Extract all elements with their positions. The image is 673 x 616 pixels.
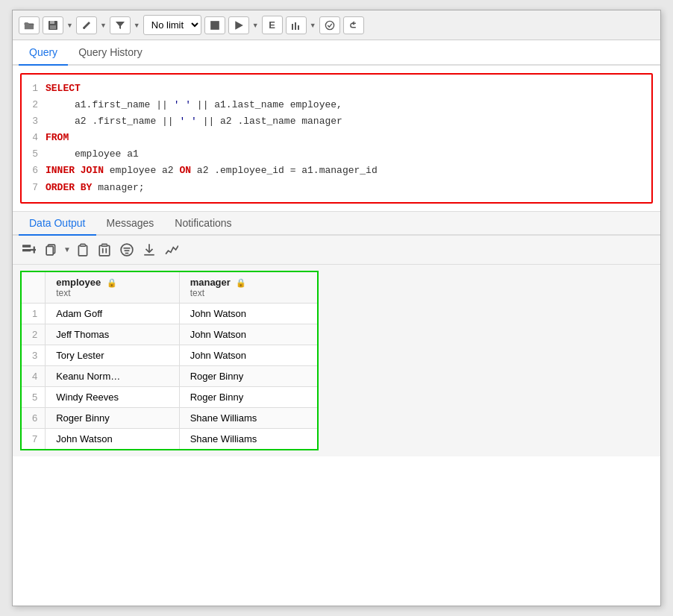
code-line-2: 2 a1.first_name || ' ' || a1.last_name e…: [25, 97, 648, 113]
analyze-chevron[interactable]: ▼: [310, 22, 316, 29]
copy-button[interactable]: [42, 241, 61, 259]
svg-rect-8: [295, 22, 296, 30]
svg-rect-17: [78, 245, 87, 256]
download-button[interactable]: [140, 240, 159, 260]
query-editor: 1 SELECT 2 a1.first_name || ' ' || a1.la…: [13, 66, 660, 211]
cell-employee: Jeff Thomas: [46, 324, 179, 345]
row-number: 4: [21, 365, 46, 386]
row-number: 3: [21, 345, 46, 365]
svg-rect-3: [50, 21, 54, 24]
row-number: 6: [21, 407, 46, 428]
table-row[interactable]: 3Tory LesterJohn Watson: [21, 345, 318, 365]
svg-point-23: [121, 244, 133, 256]
code-line-4: 4 FROM: [25, 130, 648, 146]
query-tabs: Query Query History: [13, 40, 660, 66]
svg-rect-1: [25, 23, 28, 25]
open-file-button[interactable]: [19, 16, 40, 34]
filter-button[interactable]: [110, 16, 131, 34]
output-section: Data Output Messages Notifications ▼: [13, 211, 660, 456]
code-block[interactable]: 1 SELECT 2 a1.first_name || ' ' || a1.la…: [20, 73, 653, 204]
cell-manager: Shane Williams: [179, 428, 318, 450]
svg-marker-6: [235, 21, 243, 30]
filter-chevron[interactable]: ▼: [134, 22, 140, 29]
add-row-button[interactable]: [19, 241, 40, 259]
stop-button[interactable]: [204, 16, 225, 34]
svg-rect-18: [81, 244, 86, 246]
cell-manager: John Watson: [179, 345, 318, 365]
rollback-button[interactable]: [343, 16, 364, 34]
col-header-manager: manager 🔒 text: [179, 271, 318, 304]
svg-rect-9: [298, 25, 299, 30]
cell-employee: Roger Binny: [46, 407, 179, 428]
row-number: 5: [21, 386, 46, 407]
tab-query-history[interactable]: Query History: [68, 40, 153, 66]
edit-chevron[interactable]: ▼: [100, 22, 107, 29]
explain-button[interactable]: E: [262, 16, 283, 34]
svg-rect-16: [46, 246, 53, 254]
cell-manager: John Watson: [179, 324, 318, 345]
data-toolbar: ▼: [13, 236, 660, 265]
table-row[interactable]: 6Roger BinnyShane Williams: [21, 407, 318, 428]
tab-data-output[interactable]: Data Output: [19, 212, 96, 236]
edit-button[interactable]: [76, 16, 97, 34]
tab-notifications[interactable]: Notifications: [164, 212, 242, 236]
data-table: employee 🔒 text manager 🔒 text 1Adam Gof…: [20, 271, 319, 450]
analyze-button[interactable]: [286, 16, 307, 34]
app-window: ▼ ▼ ▼ No limit 100 500 1000: [12, 10, 661, 606]
cell-manager: Roger Binny: [179, 365, 318, 386]
cell-employee: Tory Lester: [46, 345, 179, 365]
cell-manager: John Watson: [179, 303, 318, 324]
table-wrapper: employee 🔒 text manager 🔒 text 1Adam Gof…: [13, 265, 660, 456]
cell-employee: Windy Reeves: [46, 386, 179, 407]
run-button[interactable]: [228, 16, 249, 34]
run-chevron[interactable]: ▼: [252, 22, 259, 29]
commit-button[interactable]: [319, 16, 340, 34]
svg-rect-19: [99, 245, 110, 256]
tab-query[interactable]: Query: [19, 40, 68, 66]
cell-manager: Shane Williams: [179, 407, 318, 428]
svg-rect-11: [22, 245, 31, 247]
row-number: 2: [21, 324, 46, 345]
table-row[interactable]: 4Keanu Norm…Roger Binny: [21, 365, 318, 386]
cell-manager: Roger Binny: [179, 386, 318, 407]
code-line-5: 5 employee a1: [25, 146, 648, 163]
code-line-1: 1 SELECT: [25, 81, 648, 97]
tab-messages[interactable]: Messages: [96, 212, 165, 236]
svg-rect-7: [292, 24, 293, 30]
code-line-3: 3 a2 .first_name || ' ' || a2 .last_name…: [25, 113, 648, 130]
svg-rect-5: [210, 21, 219, 30]
save-button[interactable]: [43, 16, 63, 34]
save-chevron[interactable]: ▼: [66, 22, 73, 29]
paste-button[interactable]: [73, 240, 93, 260]
cell-employee: Keanu Norm…: [46, 365, 179, 386]
filter-data-button[interactable]: [116, 240, 137, 260]
col-header-employee: employee 🔒 text: [46, 271, 179, 304]
limit-select[interactable]: No limit 100 500 1000: [143, 15, 201, 35]
toolbar: ▼ ▼ ▼ No limit 100 500 1000: [13, 10, 660, 40]
copy-chevron[interactable]: ▼: [63, 245, 71, 254]
row-number: 7: [21, 428, 46, 450]
code-line-7: 7 ORDER BY manager;: [25, 180, 648, 196]
cell-employee: Adam Goff: [46, 303, 179, 324]
table-row[interactable]: 2Jeff ThomasJohn Watson: [21, 324, 318, 345]
table-row[interactable]: 5Windy ReevesRoger Binny: [21, 386, 318, 407]
table-row[interactable]: 7John WatsonShane Williams: [21, 428, 318, 450]
svg-point-10: [325, 21, 334, 29]
svg-rect-20: [102, 244, 107, 246]
code-line-6: 6 INNER JOIN employee a2 ON a2 .employee…: [25, 163, 648, 179]
graph-button[interactable]: [161, 241, 182, 259]
output-tabs: Data Output Messages Notifications: [13, 212, 660, 236]
row-number: 1: [21, 303, 46, 324]
cell-employee: John Watson: [46, 428, 179, 450]
svg-rect-12: [22, 249, 31, 251]
table-row[interactable]: 1Adam GoffJohn Watson: [21, 303, 318, 324]
svg-rect-4: [50, 25, 56, 29]
svg-rect-14: [30, 249, 36, 251]
delete-button[interactable]: [95, 240, 114, 260]
